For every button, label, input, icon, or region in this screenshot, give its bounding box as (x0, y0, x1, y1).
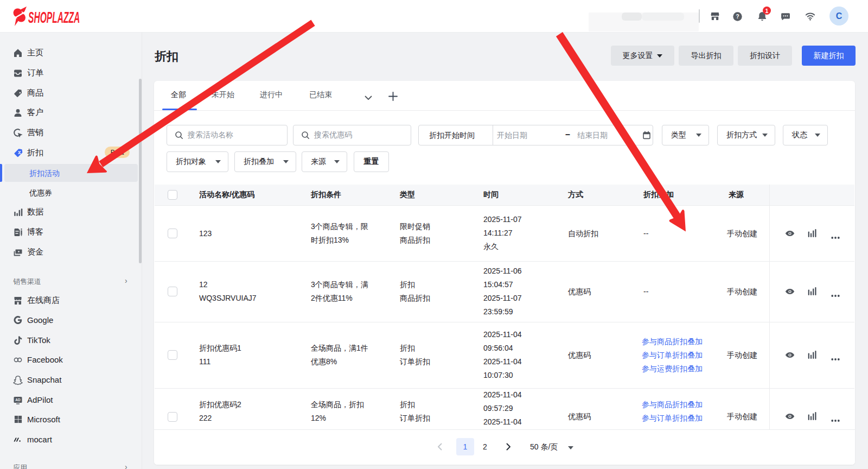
svg-text:SHOPLAZZA: SHOPLAZZA (28, 8, 80, 26)
svg-text:?: ? (736, 14, 739, 20)
svg-text:AD: AD (15, 398, 21, 402)
